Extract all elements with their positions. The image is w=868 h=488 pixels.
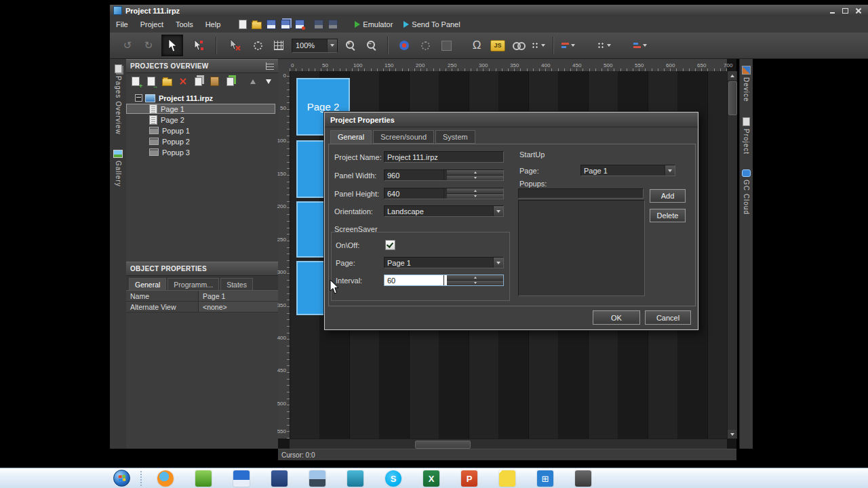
property-row-alternate-view[interactable]: Alternate View <none> [126,302,278,312]
object-settings-icon[interactable] [417,37,433,54]
shape-icon[interactable] [438,37,454,54]
screensaver-onoff-checkbox[interactable] [385,240,395,250]
startup-page-dropdown[interactable]: Page 1 [580,165,675,176]
panel-width-spinner[interactable] [443,170,503,180]
orientation-dropdown-arrow[interactable] [493,206,503,216]
collapse-icon[interactable] [135,94,142,102]
panel-height-field[interactable]: 640 [384,188,504,199]
dialog-tab-screen-sound[interactable]: Screen/sound [373,130,434,144]
vertical-scroll-thumb[interactable] [728,81,737,115]
tab-programming[interactable]: Programm... [167,278,219,290]
menu-file[interactable]: File [110,18,134,30]
ok-button[interactable]: OK [593,310,640,325]
gc-cloud-tab[interactable]: GC Cloud [742,169,751,215]
export-icon[interactable] [294,20,304,30]
floppy-app-icon[interactable] [233,470,250,487]
menu-help[interactable]: Help [199,18,227,30]
blue-app-icon[interactable] [271,470,288,487]
scroll-up-arrow[interactable] [728,71,736,80]
dialog-title-bar[interactable]: Project Properties [325,113,698,127]
teal-app-icon[interactable] [347,470,363,487]
dialog-tab-system[interactable]: System [435,130,475,144]
cancel-button[interactable]: Cancel [645,310,691,325]
tab-states[interactable]: States [220,278,253,290]
copy-icon[interactable] [193,76,204,87]
javascript-icon[interactable]: JS [490,37,506,54]
popups-listbox[interactable] [518,200,645,296]
pages-overview-tab[interactable]: Pages Overview [110,64,126,135]
sticky-notes-icon[interactable] [499,470,515,487]
settings-gears-icon[interactable] [250,37,266,54]
device-tab[interactable]: Device [742,66,751,102]
clone-icon[interactable] [224,76,235,87]
menu-tools[interactable]: Tools [170,18,199,30]
import-page-icon[interactable]: → [146,76,157,87]
maximize-button[interactable] [841,7,850,14]
send-to-panel-button[interactable]: Send To Panel [398,18,465,30]
screensaver-page-dropdown[interactable]: Page 1 [384,257,504,268]
grid-toggle-icon[interactable] [271,37,287,54]
snap-mode-icon[interactable] [396,37,412,54]
delete-item-icon[interactable] [178,76,189,87]
horizontal-scroll-thumb[interactable] [415,441,471,449]
interval-field[interactable]: 60 [384,274,504,286]
monitor-app-icon[interactable] [309,470,326,487]
gallery-tab[interactable]: Gallery [110,150,126,187]
vertical-scrollbar[interactable] [727,71,737,439]
clear-selection-button[interactable] [224,35,245,56]
blue-grid-app-icon[interactable] [537,470,553,487]
popups-input[interactable] [518,188,644,199]
project-tab[interactable]: Project [743,117,750,155]
save-icon[interactable] [266,20,276,30]
tree-item-popup2[interactable]: Popup 2 [126,136,275,146]
dialog-tab-general[interactable]: General [330,130,372,144]
add-popup-button[interactable]: Add [650,189,686,203]
tree-options-icon[interactable] [266,62,274,70]
minimize-button[interactable] [828,7,837,14]
emulator-button[interactable]: Emulator [349,18,398,30]
tree-item-popup1[interactable]: Popup 1 [126,125,275,136]
tab-general[interactable]: General [129,278,166,290]
horizontal-scrollbar[interactable] [290,439,727,449]
green-app-icon[interactable] [195,470,212,487]
paste-icon[interactable] [209,76,220,87]
excel-icon[interactable] [423,470,439,487]
link-relations-icon[interactable] [511,37,527,54]
tree-item-page1[interactable]: Page 1 [126,104,275,114]
open-folder-icon[interactable] [161,76,172,87]
tree-item-page2[interactable]: Page 2 [126,115,275,125]
interval-spinner[interactable] [443,275,503,285]
node-select-tool-button[interactable] [188,35,208,56]
distribute-dropdown[interactable] [597,42,611,49]
arrange-dropdown[interactable] [633,43,647,48]
move-down-icon[interactable] [263,76,274,87]
startup-page-dropdown-arrow[interactable] [665,165,675,176]
property-row-name[interactable]: Name Page 1 [126,291,278,302]
move-up-icon[interactable] [248,76,258,87]
firefox-icon[interactable] [157,470,174,487]
zoom-in-icon[interactable]: + [342,37,359,54]
select-tool-button[interactable] [161,35,183,56]
scroll-down-arrow[interactable] [728,430,736,439]
menu-project[interactable]: Project [134,18,170,30]
delete-popup-button[interactable]: Delete [650,209,686,222]
grid-options-dropdown[interactable] [532,42,545,49]
zoom-dropdown-arrow[interactable] [327,39,337,52]
skype-icon[interactable] [385,470,401,487]
orientation-dropdown[interactable]: Landscape [384,205,504,217]
zoom-select[interactable]: 100% [292,39,338,53]
powerpoint-icon[interactable] [461,470,477,487]
new-project-icon[interactable] [237,20,248,30]
tree-root-project[interactable]: Project 111.irpz [126,93,275,103]
project-name-field[interactable]: Project 111.irpz [384,151,504,163]
phone-app-icon[interactable] [575,470,591,487]
save-all-icon[interactable] [280,20,290,30]
panel-height-spinner[interactable] [443,188,503,199]
tree-item-popup3[interactable]: Popup 3 [126,147,275,157]
add-page-icon[interactable]: + [130,76,141,87]
align-dropdown[interactable] [561,43,575,48]
screensaver-page-dropdown-arrow[interactable] [493,258,503,268]
close-button[interactable] [854,7,863,14]
start-button[interactable] [113,470,130,487]
open-project-icon[interactable] [252,20,262,30]
